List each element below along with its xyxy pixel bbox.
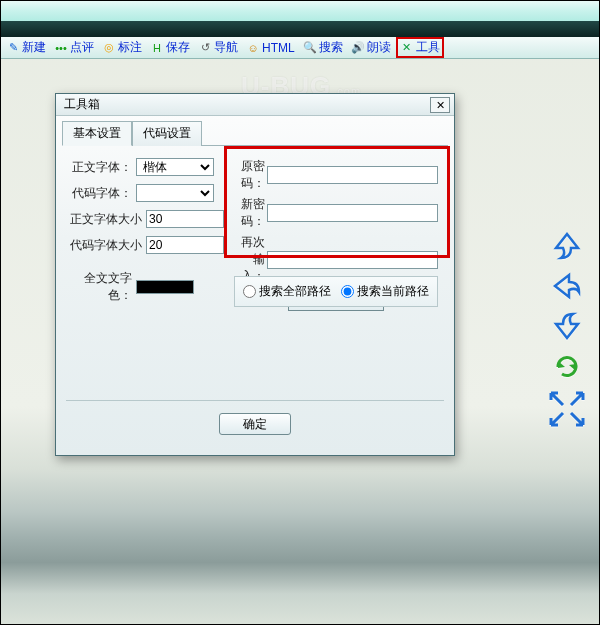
arrow-down-icon[interactable] bbox=[552, 311, 582, 341]
main-toolbar: ✎新建•••点评◎标注H保存↺导航☺HTML🔍搜索🔊朗读✕工具 bbox=[1, 37, 599, 59]
new-password-input[interactable] bbox=[267, 204, 438, 222]
save-button[interactable]: H保存 bbox=[147, 38, 193, 57]
tools-button[interactable]: ✕工具 bbox=[396, 37, 444, 58]
search-icon: 🔍 bbox=[303, 41, 317, 55]
search-all-radio[interactable]: 搜索全部路径 bbox=[243, 283, 331, 300]
read-button[interactable]: 🔊朗读 bbox=[348, 38, 394, 57]
refresh-icon[interactable] bbox=[552, 351, 582, 381]
dialog-titlebar[interactable]: 工具箱 ✕ bbox=[56, 94, 454, 116]
close-icon[interactable]: ✕ bbox=[430, 97, 450, 113]
text-color-swatch[interactable] bbox=[136, 280, 194, 294]
text-color-label: 全文文字色： bbox=[66, 270, 136, 304]
old-password-input[interactable] bbox=[267, 166, 438, 184]
code-size-input[interactable] bbox=[146, 236, 224, 254]
body-font-select[interactable]: 楷体 bbox=[136, 158, 214, 176]
arrow-left-icon[interactable] bbox=[552, 271, 582, 301]
annotate-icon: ◎ bbox=[102, 41, 116, 55]
ok-button[interactable]: 确定 bbox=[219, 413, 291, 435]
nav-icon: ↺ bbox=[198, 41, 212, 55]
tab-code-settings[interactable]: 代码设置 bbox=[132, 121, 202, 146]
save-icon: H bbox=[150, 41, 164, 55]
tools-icon: ✕ bbox=[400, 41, 414, 55]
code-font-label: 代码字体： bbox=[66, 185, 136, 202]
fullscreen-icon[interactable] bbox=[547, 391, 587, 427]
html-icon: ☺ bbox=[246, 41, 260, 55]
dialog-title: 工具箱 bbox=[64, 96, 100, 113]
body-size-label: 正文字体大小 bbox=[66, 211, 146, 228]
side-nav-arrows bbox=[547, 231, 587, 427]
html-button[interactable]: ☺HTML bbox=[243, 40, 298, 56]
code-size-label: 代码字体大小 bbox=[66, 237, 146, 254]
nav-button[interactable]: ↺导航 bbox=[195, 38, 241, 57]
new-button[interactable]: ✎新建 bbox=[3, 38, 49, 57]
window-top-trim bbox=[1, 1, 599, 37]
tools-dialog: 工具箱 ✕ 基本设置 代码设置 正文字体： 楷体 代码字体： 正文字体大小 代码… bbox=[55, 93, 455, 456]
old-pw-label: 原密码： bbox=[234, 158, 267, 192]
comment-icon: ••• bbox=[54, 41, 68, 55]
search-scope-group: 搜索全部路径 搜索当前路径 bbox=[234, 276, 438, 307]
code-font-select[interactable] bbox=[136, 184, 214, 202]
new-icon: ✎ bbox=[6, 41, 20, 55]
search-button[interactable]: 🔍搜索 bbox=[300, 38, 346, 57]
read-icon: 🔊 bbox=[351, 41, 365, 55]
new-pw-label: 新密码： bbox=[234, 196, 267, 230]
arrow-up-icon[interactable] bbox=[552, 231, 582, 261]
body-size-input[interactable] bbox=[146, 210, 224, 228]
body-font-label: 正文字体： bbox=[66, 159, 136, 176]
repeat-password-input[interactable] bbox=[267, 251, 438, 269]
annotate-button[interactable]: ◎标注 bbox=[99, 38, 145, 57]
comment-button[interactable]: •••点评 bbox=[51, 38, 97, 57]
dialog-tabs: 基本设置 代码设置 bbox=[56, 116, 454, 145]
search-current-radio[interactable]: 搜索当前路径 bbox=[341, 283, 429, 300]
tab-basic-settings[interactable]: 基本设置 bbox=[62, 121, 132, 146]
